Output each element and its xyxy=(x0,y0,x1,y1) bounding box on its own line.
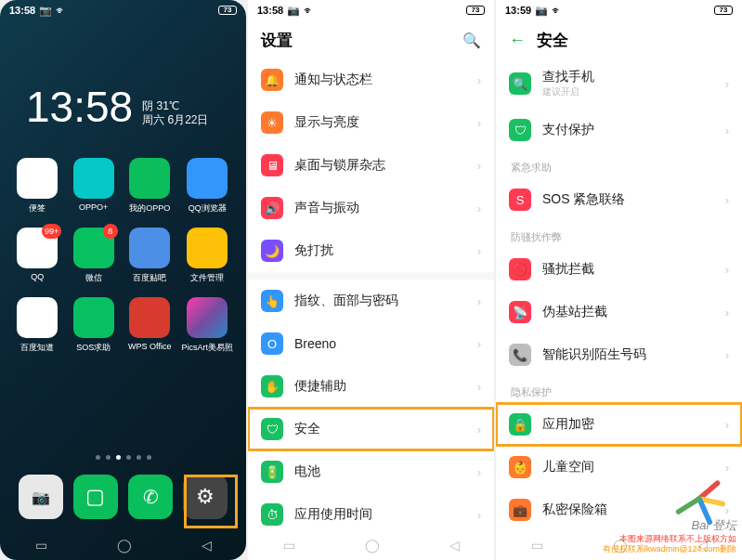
row-label: 免打扰 xyxy=(294,242,466,259)
settings-row-0[interactable]: 🔔通知与状态栏› xyxy=(248,59,494,101)
app-3[interactable]: QQ浏览器 xyxy=(181,158,233,215)
row-icon: 🔋 xyxy=(261,461,283,483)
row-icon: ⏱ xyxy=(261,503,283,526)
settings-row-10[interactable]: 🔋电池› xyxy=(248,450,494,493)
settings-row-6[interactable]: 👆指纹、面部与密码› xyxy=(248,280,494,322)
camera-notch-icon: 📷 xyxy=(39,5,52,17)
dock-settings[interactable]: ⚙ xyxy=(183,475,228,519)
settings-row-3[interactable]: 🔊声音与振动› xyxy=(248,187,494,229)
settings-row-4[interactable]: 🌙免打扰› xyxy=(248,229,494,272)
row-icon: 🛡 xyxy=(509,119,531,141)
clock-widget[interactable]: 13:58 阴 31℃ 周六 6月22日 xyxy=(0,20,246,147)
app-icon xyxy=(129,228,170,268)
row-label: 应用加密 xyxy=(542,416,714,433)
row-label: 儿童空间 xyxy=(542,459,714,475)
row-label: 通知与状态栏 xyxy=(294,72,466,88)
page-title: 安全 xyxy=(537,30,729,51)
settings-row-7[interactable]: OBreeno› xyxy=(248,322,494,365)
chevron-right-icon: › xyxy=(477,465,481,479)
settings-row-8[interactable]: ✋便捷辅助› xyxy=(248,365,494,408)
phone-security-screen: 13:59 📷 ᯤ 73 ← 安全 🔍查找手机建议开启›🛡支付保护›紧急求助SS… xyxy=(496,0,742,560)
settings-row-9[interactable]: 🛡安全› xyxy=(248,408,494,450)
app-label: QQ xyxy=(31,272,44,281)
nav-recents-icon[interactable]: ▭ xyxy=(35,538,47,553)
chevron-right-icon: › xyxy=(725,418,729,432)
security-row-3-2[interactable]: 💼私密保险箱› xyxy=(496,488,742,530)
status-time: 13:58 xyxy=(257,5,283,16)
row-label: 声音与振动 xyxy=(294,200,466,216)
app-2[interactable]: 我的OPPO xyxy=(125,158,175,215)
row-icon: 📞 xyxy=(509,344,531,366)
app-label: 我的OPPO xyxy=(129,202,170,215)
page-indicator xyxy=(0,448,246,467)
row-icon: ☀ xyxy=(261,111,283,134)
nav-home-icon[interactable]: ◯ xyxy=(613,538,628,553)
app-label: QQ浏览器 xyxy=(189,202,227,215)
security-row-0-1[interactable]: 🛡支付保护› xyxy=(496,109,742,151)
search-icon[interactable]: 🔍 xyxy=(462,32,481,49)
row-icon: 🔔 xyxy=(261,69,283,91)
row-icon: 🛡 xyxy=(261,418,283,440)
app-0[interactable]: 便签 xyxy=(13,158,61,215)
security-row-1-0[interactable]: SSOS 紧急联络› xyxy=(496,178,742,221)
battery-icon: 73 xyxy=(466,6,485,15)
row-icon: 🌙 xyxy=(261,240,283,262)
row-label: 查找手机 xyxy=(542,69,714,85)
row-label: 应用使用时间 xyxy=(294,506,466,523)
nav-bar: ▭ ◯ ◁ xyxy=(248,530,494,560)
app-label: 微信 xyxy=(85,272,102,284)
dock-camera[interactable]: 📷 xyxy=(19,475,63,519)
app-6[interactable]: 百度贴吧 xyxy=(125,228,175,284)
dock-phone[interactable]: ✆ xyxy=(128,475,173,519)
security-row-2-2[interactable]: 📞智能识别陌生号码› xyxy=(496,333,742,376)
nav-home-icon[interactable]: ◯ xyxy=(117,538,132,553)
app-icon: 8 xyxy=(73,228,114,268)
security-row-2-1[interactable]: 📡伪基站拦截› xyxy=(496,291,742,333)
group-header: 防骚扰作弊 xyxy=(496,221,742,248)
nav-back-icon[interactable]: ◁ xyxy=(202,538,212,553)
page-title: 设置 xyxy=(261,30,451,51)
row-label: 智能识别陌生号码 xyxy=(542,346,714,363)
nav-back-icon[interactable]: ◁ xyxy=(697,538,708,553)
back-icon[interactable]: ← xyxy=(509,31,526,50)
wifi-icon: ᯤ xyxy=(304,5,314,16)
row-label: 私密保险箱 xyxy=(542,501,714,518)
security-row-0-0[interactable]: 🔍查找手机建议开启› xyxy=(496,59,742,109)
app-4[interactable]: 99+QQ xyxy=(13,228,61,284)
app-5[interactable]: 8微信 xyxy=(69,228,118,284)
app-8[interactable]: 百度知道 xyxy=(13,297,61,354)
nav-recents-icon[interactable]: ▭ xyxy=(283,538,295,553)
security-row-3-1[interactable]: 👶儿童空间› xyxy=(496,446,742,488)
app-1[interactable]: OPPO+ xyxy=(69,158,118,215)
nav-bar: ▭ ◯ ◁ xyxy=(496,530,742,560)
app-icon xyxy=(129,297,170,338)
row-icon: O xyxy=(261,332,283,355)
camera-notch-icon: 📷 xyxy=(287,5,300,17)
status-bar: 13:59 📷 ᯤ 73 xyxy=(496,0,742,20)
security-row-2-0[interactable]: 🚫骚扰拦截› xyxy=(496,248,742,291)
settings-row-11[interactable]: ⏱应用使用时间› xyxy=(248,493,494,530)
settings-row-1[interactable]: ☀显示与亮度› xyxy=(248,101,494,144)
nav-recents-icon[interactable]: ▭ xyxy=(531,538,543,553)
weather-text: 阴 31℃ xyxy=(142,99,208,114)
chevron-right-icon: › xyxy=(477,159,481,173)
app-10[interactable]: WPS Office xyxy=(125,297,175,354)
row-label: 便捷辅助 xyxy=(294,378,466,395)
phone-home-screen: 13:58 📷 ᯤ 73 13:58 阴 31℃ 周六 6月22日 便签OPPO… xyxy=(0,0,246,560)
settings-row-2[interactable]: 🖥桌面与锁屏杂志› xyxy=(248,144,494,187)
app-9[interactable]: SOS求助 xyxy=(69,297,118,354)
app-7[interactable]: 文件管理 xyxy=(181,228,233,284)
security-list: 🔍查找手机建议开启›🛡支付保护›紧急求助SSOS 紧急联络›防骚扰作弊🚫骚扰拦截… xyxy=(496,59,742,530)
dock-messages[interactable]: ▢ xyxy=(73,475,118,519)
app-11[interactable]: PicsArt美易照 xyxy=(181,297,233,354)
nav-back-icon[interactable]: ◁ xyxy=(449,538,460,553)
status-time: 13:59 xyxy=(505,5,531,16)
badge: 99+ xyxy=(42,224,61,239)
app-label: 百度知道 xyxy=(20,342,54,354)
chevron-right-icon: › xyxy=(725,461,729,475)
security-row-3-0[interactable]: 🔒应用加密› xyxy=(496,403,742,446)
row-label: 安全 xyxy=(294,421,466,437)
nav-home-icon[interactable]: ◯ xyxy=(365,538,380,553)
settings-list: 🔔通知与状态栏›☀显示与亮度›🖥桌面与锁屏杂志›🔊声音与振动›🌙免打扰›👆指纹、… xyxy=(248,59,494,530)
app-icon: 99+ xyxy=(17,228,58,268)
